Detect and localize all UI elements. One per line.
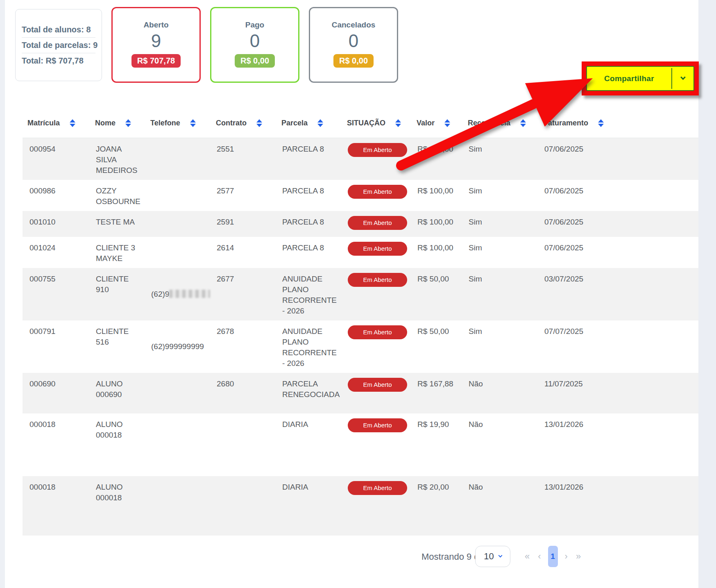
column-header-parcela[interactable]: Parcela [276, 119, 342, 127]
cell-faturamento: 13/01/2026 [539, 413, 698, 434]
sort-icon[interactable] [317, 119, 323, 127]
cell-valor: R$ 50,00 [412, 320, 463, 341]
column-header-contrato[interactable]: Contrato [211, 119, 276, 127]
cell-matricula: 001024 [23, 237, 90, 257]
status-card-cancelados: Cancelados0R$ 0,00 [309, 7, 398, 83]
column-header-faturamento[interactable]: Faturamento [539, 119, 698, 127]
cell-contrato: 2680 [211, 373, 276, 393]
column-header-valor[interactable]: Valor [412, 119, 463, 127]
cell-nome: TESTE MA [90, 211, 145, 232]
sort-icon[interactable] [444, 119, 450, 127]
sort-icon[interactable] [520, 119, 526, 127]
sort-icon[interactable] [70, 119, 75, 127]
parcelas-table: MatrículaNomeTelefoneContratoParcelaSITU… [23, 109, 698, 536]
card-amount-badge: R$ 707,78 [131, 54, 181, 68]
cell-matricula: 000018 [23, 476, 90, 497]
table-row: 001024CLIENTE 3 MAYKE2614PARCELA 8Em Abe… [23, 237, 698, 268]
column-header-nome[interactable]: Nome [90, 119, 145, 127]
cell-parcela: PARCELA 8 [276, 138, 342, 159]
summary-line: Total de alunos: 8 [22, 22, 95, 38]
pagination-page-1[interactable]: 1 [548, 546, 558, 567]
status-badge: Em Aberto [348, 273, 407, 287]
card-amount-badge: R$ 0,00 [333, 54, 374, 68]
cell-matricula: 001010 [23, 211, 90, 232]
cell-situacao: Em Aberto [342, 268, 412, 291]
table-row: 000986OZZY OSBOURNE2577PARCELA 8Em Abert… [23, 180, 698, 211]
cell-nome: ALUNO 000018 [90, 413, 145, 445]
card-title: Pago [245, 20, 264, 30]
pagination-last-button[interactable]: » [575, 551, 582, 562]
table-row: 000755CLIENTE 910(62)92677ANUIDADE PLANO… [23, 268, 698, 320]
cell-matricula: 000954 [23, 138, 90, 159]
sort-up-icon [317, 119, 323, 123]
cell-situacao: Em Aberto [342, 180, 412, 203]
pagination-first-button[interactable]: « [523, 551, 531, 562]
cell-faturamento: 07/06/2025 [539, 211, 698, 232]
sort-down-icon [70, 124, 75, 127]
cell-faturamento: 07/07/2025 [539, 320, 698, 341]
cell-recorrencia: Sim [463, 237, 539, 257]
sort-icon[interactable] [190, 119, 196, 127]
pagination-prev-button[interactable]: ‹ [537, 551, 542, 562]
cell-recorrencia: Sim [463, 320, 539, 341]
sort-down-icon [256, 124, 262, 127]
cell-nome: CLIENTE 516 [90, 320, 145, 352]
sort-icon[interactable] [256, 119, 262, 127]
status-card-pago: Pago0R$ 0,00 [210, 7, 299, 83]
column-header-telefone[interactable]: Telefone [145, 119, 211, 127]
cell-parcela: DIARIA [276, 476, 342, 497]
chevron-down-icon[interactable] [672, 67, 693, 90]
sort-down-icon [520, 124, 526, 127]
phone-value: (62)999999999 [151, 341, 204, 352]
cell-valor: R$ 100,00 [412, 237, 463, 257]
totals-summary-card: Total de alunos: 8Total de parcelas: 9To… [15, 9, 102, 81]
column-header-label: Recorrência [468, 119, 510, 127]
column-header-label: Contrato [216, 119, 247, 127]
compartilhar-button[interactable]: Compartilhar [586, 66, 694, 91]
cell-nome: ALUNO 000018 [90, 476, 145, 507]
sort-down-icon [395, 124, 401, 127]
cell-telefone [145, 373, 211, 383]
sort-up-icon [395, 119, 401, 123]
cell-telefone [145, 476, 211, 486]
cell-parcela: ANUIDADE PLANO RECORRENTE - 2026 [276, 320, 342, 373]
cell-faturamento: 03/07/2025 [539, 268, 698, 288]
cell-contrato: 2577 [211, 180, 276, 200]
table-row: 000690ALUNO 0006902680PARCELA RENEGOCIAD… [23, 373, 698, 413]
table-row: 001010TESTE MA2591PARCELA 8Em AbertoR$ 1… [23, 211, 698, 237]
phone-value: (62)9 [151, 289, 210, 300]
cell-parcela: PARCELA 8 [276, 237, 342, 257]
sort-icon[interactable] [598, 119, 604, 127]
cell-situacao: Em Aberto [342, 476, 412, 499]
cell-contrato: 2591 [211, 211, 276, 232]
card-amount-badge: R$ 0,00 [235, 54, 275, 68]
cell-situacao: Em Aberto [342, 138, 412, 161]
column-header-situacao[interactable]: SITUAÇÃO [342, 119, 412, 127]
cell-nome: ALUNO 000690 [90, 373, 145, 404]
column-header-matricula[interactable]: Matrícula [23, 119, 90, 127]
column-header-label: Nome [95, 119, 116, 127]
cell-recorrencia: Não [463, 413, 539, 434]
cell-telefone [145, 138, 211, 148]
cell-valor: R$ 20,00 [412, 476, 463, 497]
cell-matricula: 000791 [23, 320, 90, 341]
cell-telefone: (62)9 [145, 268, 211, 304]
page-size-select[interactable]: 10 [475, 546, 510, 567]
cell-parcela: PARCELA 8 [276, 180, 342, 200]
cell-valor: R$ 100,00 [412, 138, 463, 159]
cell-recorrencia: Sim [463, 268, 539, 288]
status-card-aberto: Aberto9R$ 707,78 [111, 7, 201, 83]
cell-faturamento: 11/07/2025 [539, 373, 698, 393]
cell-parcela: DIARIA [276, 413, 342, 434]
sort-icon[interactable] [125, 119, 131, 127]
status-badge: Em Aberto [348, 185, 407, 199]
sort-icon[interactable] [395, 119, 401, 127]
sort-down-icon [598, 124, 604, 127]
cell-contrato [211, 413, 276, 423]
pagination-next-button[interactable]: › [564, 551, 569, 562]
cell-situacao: Em Aberto [342, 237, 412, 260]
cell-contrato: 2614 [211, 237, 276, 257]
column-header-recorrencia[interactable]: Recorrência [463, 119, 539, 127]
status-badge: Em Aberto [348, 143, 407, 157]
column-header-label: SITUAÇÃO [347, 119, 385, 127]
